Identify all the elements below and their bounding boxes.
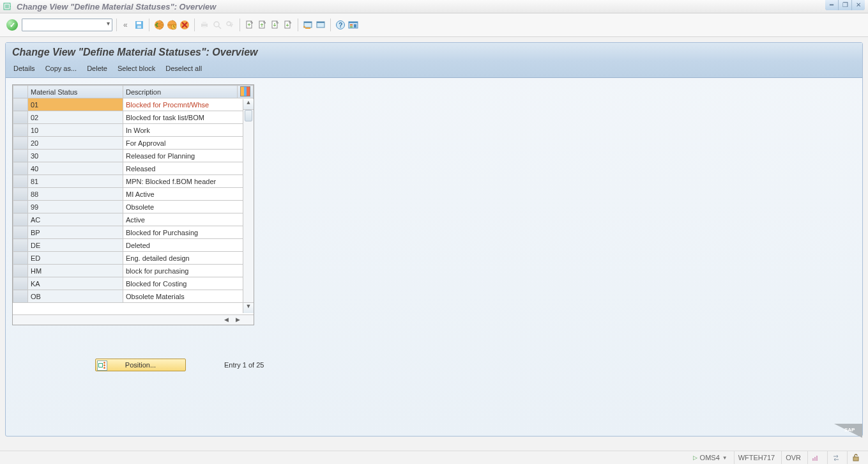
- back-globe-icon[interactable]: [153, 19, 165, 31]
- horizontal-scrollbar[interactable]: ◀ ▶: [13, 314, 254, 325]
- vertical-scrollbar[interactable]: ▲ ▼: [243, 99, 254, 313]
- row-selector[interactable]: [13, 175, 28, 188]
- cell-description[interactable]: Blocked for Procmnt/Whse: [123, 98, 254, 111]
- command-field[interactable]: [22, 19, 112, 31]
- table-row[interactable]: 02Blocked for task list/BOM: [13, 111, 254, 124]
- table-row[interactable]: 10In Work: [13, 124, 254, 137]
- next-page-icon[interactable]: [270, 19, 281, 31]
- cell-description[interactable]: Released: [123, 162, 254, 175]
- table-row[interactable]: ACActive: [13, 213, 254, 226]
- cancel-globe-icon[interactable]: [179, 19, 190, 31]
- status-transfer-icon[interactable]: [832, 453, 841, 462]
- status-run-icon[interactable]: ▷: [693, 454, 697, 461]
- row-selector[interactable]: [13, 188, 28, 201]
- row-selector[interactable]: [13, 265, 28, 277]
- cell-material-status[interactable]: 81: [28, 175, 123, 188]
- select-block-button[interactable]: Select block: [118, 65, 155, 72]
- cell-material-status[interactable]: 02: [28, 111, 123, 124]
- cell-material-status[interactable]: 88: [28, 188, 123, 201]
- status-lock-icon[interactable]: [851, 453, 860, 462]
- table-row[interactable]: 88MI Active: [13, 188, 254, 201]
- position-button[interactable]: Position...: [95, 359, 186, 371]
- cell-material-status[interactable]: 20: [28, 137, 123, 150]
- scroll-up-icon[interactable]: ▲: [243, 99, 254, 110]
- new-session-icon[interactable]: [302, 19, 314, 31]
- row-selector[interactable]: [13, 98, 28, 111]
- table-row[interactable]: BPBlocked for Purchasing: [13, 226, 254, 239]
- row-selector[interactable]: [13, 137, 28, 150]
- close-button[interactable]: ✕: [851, 0, 865, 10]
- row-selector[interactable]: [13, 213, 28, 226]
- cell-material-status[interactable]: 99: [28, 201, 123, 213]
- cell-material-status[interactable]: ED: [28, 252, 123, 265]
- layout-icon[interactable]: [347, 19, 359, 31]
- last-page-icon[interactable]: [282, 19, 294, 31]
- table-row[interactable]: DEDeleted: [13, 239, 254, 252]
- cell-material-status[interactable]: 30: [28, 150, 123, 162]
- row-selector[interactable]: [13, 124, 28, 137]
- row-selector[interactable]: [13, 252, 28, 265]
- cell-description[interactable]: Blocked for Purchasing: [123, 226, 254, 239]
- back-icon[interactable]: «: [121, 19, 132, 31]
- cell-material-status[interactable]: 40: [28, 162, 123, 175]
- table-row[interactable]: 99Obsolete: [13, 201, 254, 213]
- enter-icon[interactable]: ✓: [6, 19, 18, 31]
- status-signal-icon[interactable]: [812, 453, 821, 462]
- cell-description[interactable]: For Approval: [123, 137, 254, 150]
- cell-description[interactable]: In Work: [123, 124, 254, 137]
- cell-description[interactable]: block for purchasing: [123, 265, 254, 277]
- copy-as-button[interactable]: Copy as...: [45, 65, 77, 72]
- deselect-all-button[interactable]: Deselect all: [165, 65, 202, 72]
- cell-description[interactable]: Released for Planning: [123, 150, 254, 162]
- row-selector[interactable]: [13, 201, 28, 213]
- cell-description[interactable]: MI Active: [123, 188, 254, 201]
- cell-material-status[interactable]: 10: [28, 124, 123, 137]
- row-selector[interactable]: [13, 277, 28, 290]
- tcode-dropdown-icon[interactable]: ▼: [722, 455, 727, 461]
- table-row[interactable]: KABlocked for Costing: [13, 277, 254, 290]
- table-row[interactable]: EDEng. detailed design: [13, 252, 254, 265]
- scroll-thumb[interactable]: [245, 110, 252, 121]
- row-selector[interactable]: [13, 162, 28, 175]
- table-row[interactable]: 20For Approval: [13, 137, 254, 150]
- row-selector[interactable]: [13, 290, 28, 303]
- exit-globe-icon[interactable]: [166, 19, 178, 31]
- row-selector[interactable]: [13, 226, 28, 239]
- cell-description[interactable]: Obsolete: [123, 201, 254, 213]
- table-row[interactable]: 40Released: [13, 162, 254, 175]
- configure-columns-icon[interactable]: [238, 86, 254, 98]
- cell-material-status[interactable]: OB: [28, 290, 123, 303]
- column-header-description[interactable]: Description: [123, 86, 238, 98]
- first-page-icon[interactable]: [244, 19, 255, 31]
- row-selector[interactable]: [13, 150, 28, 162]
- cell-material-status[interactable]: 01: [28, 98, 123, 111]
- minimize-button[interactable]: ━: [825, 0, 838, 10]
- delete-button[interactable]: Delete: [87, 65, 107, 72]
- cell-description[interactable]: Deleted: [123, 239, 254, 252]
- table-row[interactable]: 81MPN: Blocked f.BOM header: [13, 175, 254, 188]
- menu-icon[interactable]: [3, 2, 11, 11]
- cell-material-status[interactable]: HM: [28, 265, 123, 277]
- cell-material-status[interactable]: KA: [28, 277, 123, 290]
- cell-description[interactable]: Active: [123, 213, 254, 226]
- cell-description[interactable]: Blocked for Costing: [123, 277, 254, 290]
- scroll-down-icon[interactable]: ▼: [243, 302, 254, 313]
- cell-description[interactable]: Eng. detailed design: [123, 252, 254, 265]
- cell-material-status[interactable]: BP: [28, 226, 123, 239]
- row-selector[interactable]: [13, 239, 28, 252]
- table-row[interactable]: 30Released for Planning: [13, 150, 254, 162]
- cell-description[interactable]: MPN: Blocked f.BOM header: [123, 175, 254, 188]
- select-all-header[interactable]: [13, 86, 28, 98]
- table-row[interactable]: OBObsolete Materials: [13, 290, 254, 303]
- cell-description[interactable]: Obsolete Materials: [123, 290, 254, 303]
- cell-material-status[interactable]: DE: [28, 239, 123, 252]
- scroll-right-icon[interactable]: ▶: [233, 315, 242, 324]
- prev-page-icon[interactable]: [257, 19, 268, 31]
- scroll-left-icon[interactable]: ◀: [222, 315, 231, 324]
- details-button[interactable]: Details: [13, 65, 35, 72]
- save-icon[interactable]: [133, 19, 145, 31]
- help-icon[interactable]: ?: [335, 19, 346, 31]
- table-row[interactable]: HMblock for purchasing: [13, 265, 254, 277]
- column-header-status[interactable]: Material Status: [28, 86, 123, 98]
- row-selector[interactable]: [13, 111, 28, 124]
